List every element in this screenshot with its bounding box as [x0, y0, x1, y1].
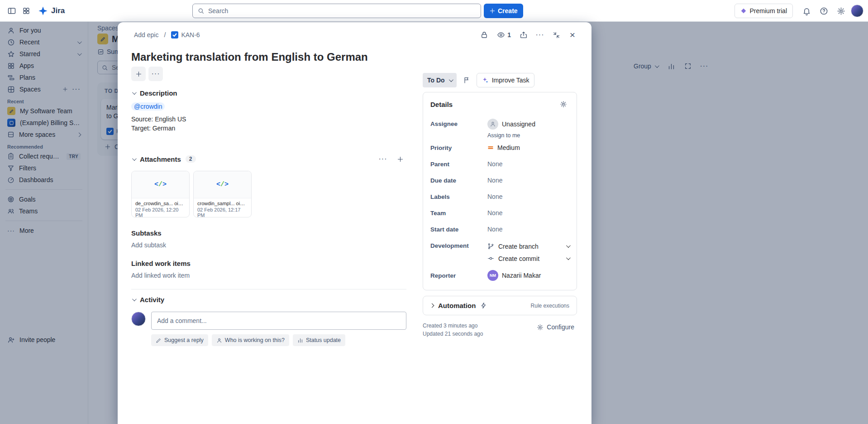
description-source-line[interactable]: Source: English US	[131, 115, 406, 124]
comment-suggestions: Suggest a reply Who is working on this? …	[151, 334, 406, 346]
issue-key-link[interactable]: KAN-6	[168, 29, 202, 40]
plus-icon	[135, 71, 142, 77]
subtasks-section-header[interactable]: Subtasks	[131, 229, 406, 237]
status-update-chip[interactable]: Status update	[293, 334, 345, 346]
status-dropdown[interactable]: To Do	[423, 73, 457, 87]
top-navigation-bar: Jira Create Premium trial	[0, 0, 868, 22]
create-button[interactable]: Create	[484, 4, 523, 18]
collapse-icon[interactable]	[549, 28, 563, 42]
settings-icon[interactable]	[834, 4, 848, 18]
task-type-icon[interactable]	[171, 31, 178, 39]
person-icon	[216, 337, 222, 343]
chevron-down-icon	[449, 77, 453, 82]
issue-main-column: ··· Description @crowdin Source: English…	[131, 64, 406, 346]
rule-executions-label[interactable]: Rule executions	[531, 303, 569, 309]
unassigned-avatar-icon	[487, 119, 498, 130]
suggest-reply-chip[interactable]: Suggest a reply	[151, 334, 208, 346]
attachments-more-icon[interactable]: ···	[377, 153, 389, 165]
apps-more-button[interactable]: ···	[148, 67, 163, 81]
notifications-icon[interactable]	[799, 4, 814, 18]
description-section-header[interactable]: Description	[131, 89, 406, 97]
start-date-value[interactable]: None	[487, 226, 569, 233]
field-reporter: Reporter NM Nazarii Makar	[430, 267, 569, 284]
improve-task-button[interactable]: Improve Task	[477, 73, 534, 87]
breadcrumb-separator: /	[163, 31, 167, 39]
chevron-down-icon	[132, 156, 137, 161]
activity-section-header[interactable]: Activity	[131, 296, 406, 304]
attachments-count-badge: 2	[186, 155, 196, 163]
chevron-down-icon[interactable]	[566, 255, 571, 260]
subtasks-heading: Subtasks	[131, 229, 162, 237]
chevron-down-icon[interactable]	[566, 243, 571, 248]
description-heading: Description	[140, 89, 177, 97]
jira-mark-icon	[38, 6, 48, 16]
chevron-down-icon	[132, 90, 137, 95]
plus-icon	[489, 8, 496, 14]
close-icon[interactable]: ×	[565, 28, 580, 42]
automation-panel[interactable]: Automation Rule executions	[423, 296, 577, 315]
assign-to-me-link[interactable]: Assign to me	[487, 132, 520, 139]
flag-icon[interactable]	[460, 73, 473, 87]
attachment-card[interactable]: </> crowdin_sampl... oid.xml 02 Feb 2026…	[193, 171, 252, 217]
modal-more-icon[interactable]: ···	[533, 28, 547, 42]
issue-side-column: To Do Improve Task Details	[423, 64, 577, 346]
linked-items-section-header[interactable]: Linked work items	[131, 260, 406, 267]
description-target-line[interactable]: Target: German	[131, 124, 406, 133]
automation-heading: Automation	[438, 302, 476, 309]
watch-button[interactable]: 1	[493, 28, 515, 42]
reporter-avatar: NM	[487, 270, 498, 281]
parent-value[interactable]: None	[487, 160, 569, 168]
share-icon[interactable]	[516, 28, 531, 42]
create-commit-button[interactable]: Create commit	[487, 252, 569, 265]
jira-logo[interactable]: Jira	[33, 6, 69, 16]
attachment-name: crowdin_sampl... oid.xml	[197, 201, 248, 206]
due-date-value[interactable]: None	[487, 177, 569, 184]
add-subtask-button[interactable]: Add subtask	[131, 241, 406, 249]
attachments-section-header[interactable]: Attachments 2 ···	[131, 153, 406, 165]
pencil-icon	[156, 337, 162, 343]
attachment-card[interactable]: </> de_crowdin_sa... oid.xml 02 Feb 2026…	[131, 171, 190, 217]
lightning-icon	[480, 302, 487, 309]
create-branch-button[interactable]: Create branch	[487, 240, 569, 252]
issue-meta-footer: Created 3 minutes ago Updated 21 seconds…	[423, 322, 577, 338]
gear-icon	[537, 324, 544, 331]
team-value[interactable]: None	[487, 209, 569, 217]
diamond-icon	[740, 8, 747, 14]
global-search-input[interactable]	[208, 7, 476, 14]
sidebar-toggle-button[interactable]	[5, 4, 19, 18]
add-epic-button[interactable]: Add epic	[131, 29, 161, 40]
lock-icon[interactable]	[477, 28, 491, 42]
assignee-value[interactable]: Unassigned	[487, 119, 569, 130]
attachment-name: de_crowdin_sa... oid.xml	[135, 201, 186, 206]
commit-icon	[487, 255, 494, 262]
xml-file-icon: </>	[132, 171, 189, 198]
configure-button[interactable]: Configure	[534, 322, 577, 332]
labels-value[interactable]: None	[487, 193, 569, 200]
search-icon	[197, 7, 205, 14]
premium-trial-button[interactable]: Premium trial	[734, 4, 793, 18]
global-search[interactable]	[192, 4, 481, 18]
comment-input-box[interactable]	[151, 312, 406, 330]
priority-medium-icon	[487, 145, 494, 151]
reporter-value[interactable]: NM Nazarii Makar	[487, 270, 569, 281]
app-switcher-button[interactable]	[19, 4, 33, 18]
details-panel: Details Assignee Unassigned	[423, 92, 577, 290]
mention-crowdin[interactable]: @crowdin	[131, 102, 165, 111]
issue-title[interactable]: Marketing translation from English to Ge…	[118, 50, 591, 64]
who-is-working-chip[interactable]: Who is working on this?	[212, 334, 289, 346]
add-linked-item-button[interactable]: Add linked work item	[131, 272, 406, 279]
user-avatar[interactable]	[851, 5, 863, 17]
details-settings-icon[interactable]	[558, 98, 569, 110]
comment-input[interactable]	[157, 317, 401, 324]
current-user-avatar	[131, 312, 146, 326]
add-content-button[interactable]	[131, 67, 146, 81]
priority-value[interactable]: Medium	[487, 144, 569, 151]
chevron-down-icon	[132, 297, 137, 301]
watch-count: 1	[507, 31, 511, 39]
updated-timestamp: Updated 21 seconds ago	[423, 330, 483, 338]
attachments-add-icon[interactable]	[394, 153, 406, 165]
issue-detail-modal: Add epic / KAN-6 1 ··· × Marketing trans…	[118, 22, 591, 424]
linked-items-heading: Linked work items	[131, 260, 191, 267]
help-icon[interactable]	[816, 4, 831, 18]
topbar-right-cluster: Premium trial	[734, 4, 863, 18]
